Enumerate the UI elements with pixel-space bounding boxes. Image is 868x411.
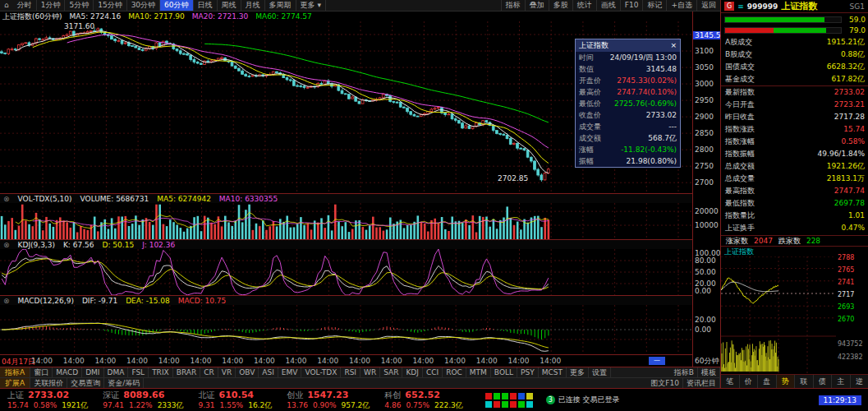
intraday-mini-chart[interactable]: 278827652741271726932670943752422382	[721, 256, 868, 373]
status-led	[502, 393, 508, 399]
volume-chart[interactable]	[0, 203, 692, 239]
tab-资金/筹码[interactable]: 资金/筹码	[104, 378, 144, 388]
tab-group-指标A[interactable]: 指标A	[0, 367, 30, 377]
chart-title-bar: 上证指数(60分钟)MA5: 2724.16MA10: 2717.90MA20:…	[0, 12, 692, 21]
index-quote-创业[interactable]: 创业1547.2313.760.90%957.2亿	[279, 390, 377, 411]
advancers-value: 2047	[754, 236, 773, 247]
period-tab[interactable]: 分时	[13, 0, 37, 11]
time-tick: 14:00	[222, 357, 243, 365]
period-tab[interactable]: 日线	[194, 0, 218, 11]
panel-tab-逆[interactable]: 逆	[851, 375, 868, 388]
tab-设置[interactable]: 设置	[589, 367, 611, 377]
tab-CCI[interactable]: CCI	[423, 367, 443, 377]
tab-模板[interactable]: 模板	[698, 367, 720, 377]
kdj-chart[interactable]	[0, 249, 692, 295]
period-tab[interactable]: 月线	[241, 0, 265, 11]
volume-indicator-header: ⊗VOL-TDX(5,10)VOLUME: 5686731MA5: 627494…	[0, 193, 692, 203]
time-tick: 14:00	[31, 357, 53, 365]
tab-VR[interactable]: VR	[218, 367, 236, 377]
panel-tab-债[interactable]: 债	[814, 375, 833, 388]
field-row: B股成交0.88亿	[721, 48, 868, 61]
tooltip-row: 时间24/09/19/四 13:00	[576, 52, 680, 63]
menu-item[interactable]: 多股	[549, 0, 572, 11]
menu-item[interactable]: F10	[620, 0, 643, 11]
tab-MACD[interactable]: MACD	[53, 367, 82, 377]
tab-VOL-TDX[interactable]: VOL-TDX	[301, 367, 341, 377]
tab-MTM[interactable]: MTM	[466, 367, 491, 377]
mini-vol-tick: 422382	[838, 353, 868, 361]
period-tab[interactable]: 多周期	[265, 0, 296, 11]
tab-关联报价[interactable]: 关联报价	[30, 378, 67, 388]
ma-value: MA20: 2721.30	[192, 12, 248, 21]
field-row: 总成交额1921.26亿	[721, 160, 868, 173]
menu-icon[interactable]: ≡	[737, 2, 744, 11]
tab-指标B[interactable]: 指标B	[671, 367, 698, 377]
menu-item[interactable]: 指标	[501, 0, 525, 11]
tab-BOLL[interactable]: BOLL	[491, 367, 517, 377]
tab-CR[interactable]: CR	[200, 367, 218, 377]
tab-资讯栏目[interactable]: 资讯栏目	[683, 378, 720, 388]
tab-DMA[interactable]: DMA	[104, 367, 129, 377]
menu-item[interactable]: +自选	[666, 0, 696, 11]
panel-tab-联[interactable]: 联	[795, 375, 814, 388]
menu-item[interactable]: 标记	[642, 0, 666, 11]
field-row: 指数振幅49.96/1.84%	[721, 148, 868, 160]
collapse-icon[interactable]: ⊗	[3, 296, 10, 305]
tab-EMV[interactable]: EMV	[278, 367, 302, 377]
panel-tab-价[interactable]: 价	[740, 375, 759, 388]
tab-ASI[interactable]: ASI	[259, 367, 278, 377]
macd-chart[interactable]	[0, 305, 692, 354]
tab-MCST[interactable]: MCST	[539, 367, 567, 377]
time-tick: 14:00	[412, 357, 434, 365]
tab-RSI[interactable]: RSI	[341, 367, 361, 377]
period-tab[interactable]: 30分钟	[127, 0, 160, 11]
scrollbar-thumb[interactable]: —	[649, 357, 665, 365]
period-tab[interactable]: 周线	[218, 0, 241, 11]
index-quote-北证[interactable]: 北证610.549.311.55%16.2亿	[191, 390, 280, 411]
period-tab[interactable]: 1分钟	[37, 0, 66, 11]
tab-KDJ[interactable]: KDJ	[402, 367, 423, 377]
tab-group-扩展A[interactable]: 扩展A	[0, 378, 30, 388]
tab-图文F10[interactable]: 图文F10	[647, 378, 683, 388]
tab-OBV[interactable]: OBV	[236, 367, 259, 377]
tab-TRIX[interactable]: TRIX	[149, 367, 173, 377]
index-quote-科创[interactable]: 科创652.524.860.75%222.3亿	[377, 390, 470, 411]
period-tab[interactable]: 更多 ▾	[296, 0, 326, 11]
advancers-decliners: 涨家数 2047 跌家数 228	[721, 235, 868, 247]
tab-DMI[interactable]: DMI	[82, 367, 103, 377]
axis-tick: 2700	[693, 178, 721, 187]
menu-item[interactable]: 画线	[596, 0, 620, 11]
menu-item[interactable]: 叠加	[525, 0, 549, 11]
index-quote-上证[interactable]: 上证2733.0215.740.58%1921亿	[0, 390, 95, 411]
extension-tabs: 扩展A关联报价交易查询资金/筹码图文F10资讯栏目	[0, 377, 720, 388]
panel-tab-势[interactable]: 势	[777, 375, 796, 388]
mini-price-tick: 2765	[838, 266, 868, 274]
period-tab[interactable]: 60分钟	[160, 0, 193, 11]
tab-WR[interactable]: WR	[361, 367, 380, 377]
tab-更多[interactable]: 更多	[567, 367, 589, 377]
index-quote-深证[interactable]: 深证8089.6697.411.22%2333亿	[95, 390, 191, 411]
collapse-icon[interactable]: ⊗	[3, 194, 10, 203]
panel-tab-笔[interactable]: 笔	[721, 375, 740, 388]
tools-menu: 指标叠加多股统计画线F10标记+自选返回	[501, 0, 720, 11]
menu-item[interactable]: 返回	[696, 0, 720, 11]
tab-ROC[interactable]: ROC	[443, 367, 466, 377]
close-icon[interactable]: ×	[670, 39, 677, 52]
panel-tab-主[interactable]: 主	[832, 375, 851, 388]
field-row: 总成交量21813.1万	[721, 173, 868, 185]
candle-info-tooltip: 上证指数 × 时间24/09/19/四 13:00数值3145.48开盘价274…	[575, 39, 681, 168]
tab-PSY[interactable]: PSY	[517, 367, 539, 377]
time-tick: 14:00	[444, 357, 466, 365]
period-tab[interactable]: 5分钟	[65, 0, 94, 11]
tab-交易查询[interactable]: 交易查询	[67, 378, 104, 388]
tooltip-row: 涨幅-11.82(-0.43%)	[576, 144, 680, 155]
collapse-icon[interactable]: ⊗	[3, 240, 10, 249]
tab-BRAR[interactable]: BRAR	[173, 367, 200, 377]
panel-tab-盘[interactable]: 盘	[758, 375, 777, 388]
tab-SAR[interactable]: SAR	[380, 367, 402, 377]
home-icon[interactable]: ⌂	[0, 0, 13, 11]
tab-窗口[interactable]: 窗口	[30, 367, 53, 377]
period-tab[interactable]: 15分钟	[94, 0, 126, 11]
menu-item[interactable]: 统计	[572, 0, 596, 11]
tab-FSL[interactable]: FSL	[128, 367, 149, 377]
